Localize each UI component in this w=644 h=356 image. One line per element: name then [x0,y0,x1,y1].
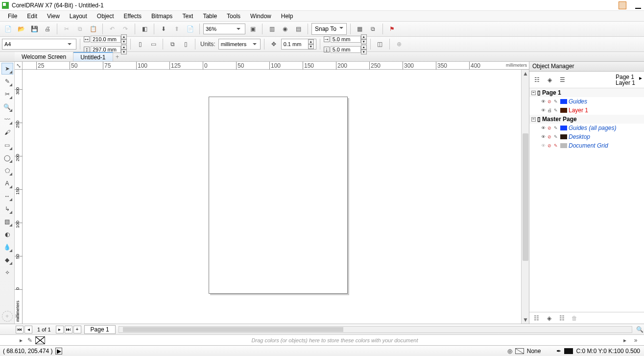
palette-expand[interactable]: » [632,337,639,344]
edit-icon[interactable]: ✎ [553,107,559,113]
tab-welcome-screen[interactable]: Welcome Screen [15,52,73,61]
menu-help[interactable]: Help [276,12,298,21]
drop-shadow-tool[interactable]: ▧ [1,216,13,228]
current-page-button[interactable]: ▯ [180,38,191,50]
zoom-combo[interactable] [203,24,245,34]
height-spinner[interactable]: ▲▼ [121,45,127,54]
menu-layout[interactable]: Layout [65,12,92,21]
menu-edit[interactable]: Edit [22,12,42,21]
nudge-spinner[interactable]: ▲▼ [308,39,314,49]
chevron-right-icon[interactable]: ▸ [639,75,642,81]
drawing-canvas[interactable] [23,70,521,324]
freehand-tool[interactable]: 〰 [1,114,13,126]
chevron-down-icon[interactable] [251,39,258,49]
om-node-docgrid[interactable]: 👁⊘✎ Document Grid [529,141,644,150]
import-button[interactable]: ⬇ [158,23,169,35]
page-width-input[interactable] [91,36,121,43]
om-node-page1[interactable]: − ▯ Page 1 [529,88,644,97]
search-content-button[interactable]: ◧ [139,23,150,35]
scroll-up-button[interactable]: ▲ [522,70,529,77]
eye-icon[interactable]: 👁 [540,125,546,131]
menu-view[interactable]: View [42,12,65,21]
navigator-button[interactable]: 🔍 [635,325,644,334]
om-node-master[interactable]: − ▯ Master Page [529,115,644,124]
delete-layer-button[interactable]: 🗑 [570,313,579,323]
outline-none-icon[interactable] [515,348,524,354]
text-tool[interactable]: A [1,178,13,189]
dup-y-spinner[interactable]: ▲▼ [361,45,367,54]
print-icon[interactable]: 🖨 [547,107,552,113]
dup-y-input[interactable] [331,46,361,53]
publish-pdf-button[interactable]: 📄 [184,23,196,35]
no-color-swatch[interactable] [35,336,45,344]
layer-manager-view-icon[interactable]: ☰ [557,75,568,85]
cut-button[interactable]: ✂ [61,23,72,35]
om-page-info[interactable]: Page 1 Layer 1 ▸ [616,74,642,86]
last-page-button[interactable]: ⏭ [65,326,72,333]
save-button[interactable]: 💾 [28,23,40,35]
menu-effects[interactable]: Effects [119,12,146,21]
interactive-fill-tool[interactable]: ◆ [1,254,13,266]
nudge-input-wrap[interactable]: ▲▼ [281,39,316,50]
collapse-icon[interactable]: − [531,117,536,122]
color-swatch[interactable] [560,126,567,130]
show-grid-button[interactable]: ◉ [279,23,291,35]
connector-tool[interactable]: ↳ [1,203,13,215]
landscape-button[interactable]: ▭ [147,38,159,50]
scroll-thumb[interactable] [523,133,528,261]
new-layer-button[interactable]: ☷ [531,313,541,323]
units-input[interactable] [221,40,251,49]
show-object-props-icon[interactable]: ☷ [531,75,542,85]
open-button[interactable]: 📂 [15,23,27,35]
horizontal-scrollbar[interactable] [119,326,632,333]
chevron-down-icon[interactable] [339,25,343,32]
redo-button[interactable]: ↷ [119,23,131,35]
prev-page-button[interactable]: ◂ [24,326,32,333]
minimize-button[interactable] [632,2,644,9]
color-swatch[interactable] [560,134,567,139]
color-eyedropper-tool[interactable]: 💧 [1,241,13,253]
first-page-button[interactable]: ⏮ [16,326,24,333]
show-guidelines-button[interactable]: ▤ [292,23,304,35]
menu-object[interactable]: Object [92,12,119,21]
fill-swatch[interactable] [564,348,573,354]
eye-icon[interactable]: 👁 [540,99,546,104]
palette-flyout-button[interactable]: ▸ [18,337,24,344]
color-proof-icon[interactable]: ◎ [507,348,512,355]
show-rulers-button[interactable]: ▥ [266,23,278,35]
color-swatch[interactable] [560,143,567,148]
portrait-button[interactable]: ▯ [134,38,146,50]
units-combo[interactable] [218,39,261,50]
width-spinner[interactable]: ▲▼ [121,34,127,44]
customize-toolbox-button[interactable]: + [2,311,13,322]
crop-tool[interactable]: ✂ [1,88,13,100]
parallel-dimension-tool[interactable]: ↔ [1,190,13,202]
fill-pen-icon[interactable]: ✒ [556,348,561,355]
rectangle-tool[interactable]: ▭ [1,139,13,151]
scroll-thumb[interactable] [123,327,343,332]
menu-file[interactable]: File [3,12,22,21]
panel-header[interactable]: Object Manager [529,62,644,72]
om-node-desktop[interactable]: 👁⊘✎ Desktop [529,132,644,141]
eye-disabled-icon[interactable]: 👁 [540,143,546,149]
edit-disabled-icon[interactable]: ✎ [553,143,559,149]
zoom-input[interactable] [206,25,235,33]
ellipse-tool[interactable]: ◯ [1,152,13,164]
artistic-media-tool[interactable]: 🖌 [1,127,13,138]
print-disabled-icon[interactable]: ⊘ [547,125,552,131]
new-tab-button[interactable]: + [113,52,122,61]
om-node-guides[interactable]: 👁⊘✎ Guides [529,97,644,106]
options-button[interactable]: ▦ [354,23,366,35]
menu-tools[interactable]: Tools [222,12,245,21]
edit-across-layers-icon[interactable]: ◈ [544,75,555,85]
export-button[interactable]: ⬆ [171,23,183,35]
add-preset-button[interactable]: ⊕ [393,38,405,50]
page-size-input[interactable] [4,40,66,49]
menu-text[interactable]: Text [177,12,198,21]
menu-window[interactable]: Window [245,12,276,21]
app-launcher-button[interactable]: ⧉ [367,23,379,35]
scroll-down-button[interactable]: ▼ [522,316,529,324]
copy-button[interactable]: ⧉ [74,23,86,35]
polygon-tool[interactable]: ⬠ [1,165,13,177]
snap-to-dropdown[interactable]: Snap To [311,23,347,35]
